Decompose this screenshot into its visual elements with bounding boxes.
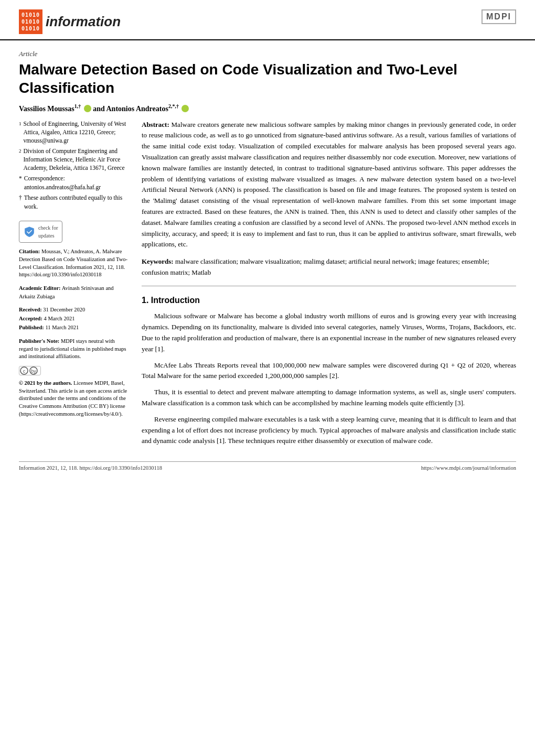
author2-name: Antonios Andreatos xyxy=(106,105,168,113)
journal-name: information xyxy=(46,14,121,30)
affil-num-1: 1 xyxy=(19,121,22,145)
intro-heading: 1. Introduction xyxy=(142,294,516,307)
academic-editor-block: Academic Editor: Avinash Srinivasan and … xyxy=(19,284,129,301)
header-left: 010100101001010 information xyxy=(19,9,121,34)
intro-para-3: Thus, it is essential to detect and prev… xyxy=(142,387,516,409)
keywords-label: Keywords: xyxy=(142,257,174,265)
shield-check-icon xyxy=(24,226,35,237)
right-column: Abstract: Malware creators generate new … xyxy=(142,120,516,452)
author2-sup: 2,*,† xyxy=(168,103,179,109)
author1-sup: 1,† xyxy=(74,103,81,109)
check-updates-label: check forupdates xyxy=(38,224,58,240)
accepted-date: 4 March 2021 xyxy=(44,316,75,321)
mdpi-label: MDPI xyxy=(482,9,516,24)
publisher-note-label: Publisher's Note: xyxy=(19,338,59,344)
authors-line: Vassilios Moussas1,† and Antonios Andrea… xyxy=(0,101,535,120)
two-column-layout: 1 School of Engineering, University of W… xyxy=(0,120,535,452)
page: 010100101001010 information MDPI Article… xyxy=(0,0,535,756)
keywords-body: malware classification; malware visualiz… xyxy=(142,257,489,276)
footer-right: https://www.mdpi.com/journal/information xyxy=(421,465,516,471)
academic-editor-label: Academic Editor: xyxy=(19,285,61,291)
citation-label: Citation: xyxy=(19,249,40,254)
abstract-label: Abstract: xyxy=(142,121,169,128)
affil-text-1: School of Engineering, University of Wes… xyxy=(24,120,130,145)
affiliation-1: 1 School of Engineering, University of W… xyxy=(19,120,129,145)
journal-logo: 010100101001010 information xyxy=(19,9,121,34)
article-type-label: Article xyxy=(0,45,535,58)
corr-symbol: * xyxy=(19,174,22,192)
orcid-icon-2 xyxy=(181,105,189,112)
section-divider xyxy=(142,286,516,286)
abstract-section: Abstract: Malware creators generate new … xyxy=(142,120,516,251)
keywords-block: Keywords: malware classification; malwar… xyxy=(142,256,516,278)
received-label: Received: xyxy=(19,307,42,312)
affiliation-2: 2 Division of Computer Engineering and I… xyxy=(19,147,129,172)
header: 010100101001010 information MDPI xyxy=(0,0,535,40)
svg-text:c: c xyxy=(23,369,26,374)
publisher-note-block: Publisher's Note: MDPI stays neutral wit… xyxy=(19,338,129,361)
equal-text: These authors contributed equally to thi… xyxy=(24,193,129,212)
published-date: 11 March 2021 xyxy=(45,325,79,330)
citation-block: Citation: Moussas, V.; Andreatos, A. Mal… xyxy=(19,248,129,279)
dates-block: Received: 31 December 2020 Accepted: 4 M… xyxy=(19,306,129,332)
cc-icon: c by xyxy=(19,366,41,375)
correspondence-item: * Correspondence: antonios.andreatos@haf… xyxy=(19,174,129,192)
author1-name: Vassilios Moussas xyxy=(19,105,74,113)
copyright-year: © 2021 by the authors. xyxy=(19,380,72,386)
equal-symbol: † xyxy=(19,193,22,212)
abstract-body: Malware creators generate new malicious … xyxy=(142,121,516,249)
footer: Information 2021, 12, 118. https://doi.o… xyxy=(19,461,516,471)
check-updates-badge: check forupdates xyxy=(19,221,62,243)
svg-text:by: by xyxy=(31,369,36,374)
intro-para-4: Reverse engineering compiled malware exe… xyxy=(142,414,516,447)
affil-num-2: 2 xyxy=(19,148,22,172)
article-title: Malware Detection Based on Code Visualiz… xyxy=(0,58,535,101)
intro-para-2: McAfee Labs Threats Reports reveal that … xyxy=(142,360,516,382)
cc-svg: c by xyxy=(20,366,40,375)
orcid-icon-1 xyxy=(84,105,91,112)
corr-text: Correspondence: antonios.andreatos@hafa.… xyxy=(24,174,129,192)
received-date: 31 December 2020 xyxy=(43,307,85,312)
intro-para-1: Malicious software or Malware has become… xyxy=(142,311,516,354)
affil-text-2: Division of Computer Engineering and Inf… xyxy=(24,147,130,172)
footer-left: Information 2021, 12, 118. https://doi.o… xyxy=(19,465,162,471)
left-column: 1 School of Engineering, University of W… xyxy=(19,120,129,452)
abstract-text: Abstract: Malware creators generate new … xyxy=(142,120,516,251)
affiliations: 1 School of Engineering, University of W… xyxy=(19,120,129,212)
binary-logo: 010100101001010 xyxy=(19,9,42,34)
accepted-label: Accepted: xyxy=(19,316,42,321)
equal-contrib-item: † These authors contributed equally to t… xyxy=(19,193,129,212)
and-label: and xyxy=(93,105,106,113)
mdpi-logo: MDPI xyxy=(482,9,516,24)
copyright-text: © 2021 by the authors. Licensee MDPI, Ba… xyxy=(19,380,129,418)
published-label: Published: xyxy=(19,325,44,330)
cc-license-box: c by xyxy=(19,366,129,375)
